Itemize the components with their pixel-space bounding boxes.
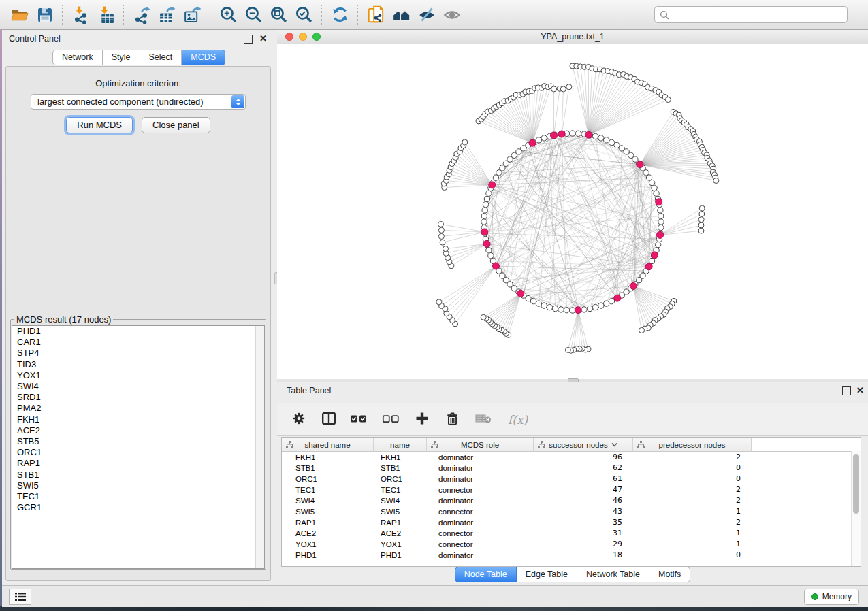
network-leaf-node[interactable] bbox=[438, 221, 444, 227]
network-node[interactable] bbox=[570, 131, 575, 136]
table-cell-mcds_role[interactable]: connector bbox=[427, 528, 534, 539]
result-list-item[interactable]: CAR1 bbox=[12, 337, 264, 348]
network-node[interactable] bbox=[552, 306, 558, 311]
table-row[interactable]: FKH1FKH1dominator962 bbox=[282, 452, 861, 463]
network-leaf-node[interactable] bbox=[565, 347, 570, 352]
table-row[interactable]: YOX1YOX1connector291 bbox=[282, 539, 861, 550]
table-cell-name[interactable]: STB1 bbox=[374, 463, 427, 474]
network-node[interactable] bbox=[575, 131, 581, 136]
table-cell-predecessor_nodes[interactable]: 1 bbox=[633, 528, 752, 539]
network-node[interactable] bbox=[592, 133, 598, 139]
result-list-item[interactable]: YOX1 bbox=[12, 370, 264, 381]
result-list-item[interactable]: STB1 bbox=[12, 469, 264, 480]
import-table-icon[interactable] bbox=[93, 2, 118, 28]
export-image-icon[interactable] bbox=[180, 2, 205, 28]
open-session-icon[interactable] bbox=[7, 2, 32, 28]
table-cell-predecessor_nodes[interactable]: 2 bbox=[633, 517, 752, 528]
search-input[interactable] bbox=[673, 10, 842, 20]
table-settings-gear-icon[interactable] bbox=[291, 411, 306, 429]
table-cell-successor_nodes[interactable]: 29 bbox=[534, 539, 633, 550]
network-node[interactable] bbox=[536, 301, 541, 306]
select-all-checkboxes-icon[interactable] bbox=[350, 410, 368, 429]
table-cell-mcds_role[interactable]: dominator bbox=[427, 495, 534, 506]
network-node[interactable] bbox=[654, 191, 659, 196]
delete-rows-trash-icon[interactable] bbox=[445, 410, 460, 429]
mcds-hub-node[interactable] bbox=[489, 182, 496, 188]
close-table-panel-icon[interactable]: ✕ bbox=[856, 384, 864, 397]
network-node[interactable] bbox=[649, 180, 654, 185]
mcds-hub-node[interactable] bbox=[517, 290, 524, 297]
show-columns-icon[interactable] bbox=[321, 410, 337, 429]
tab-network-table[interactable]: Network Table bbox=[577, 567, 649, 582]
network-node[interactable] bbox=[558, 307, 564, 312]
tab-edge-table[interactable]: Edge Table bbox=[517, 567, 577, 582]
network-leaf-node[interactable] bbox=[481, 314, 486, 320]
table-cell-successor_nodes[interactable]: 46 bbox=[534, 495, 633, 506]
tab-motifs[interactable]: Motifs bbox=[649, 567, 690, 582]
network-node[interactable] bbox=[598, 303, 604, 308]
result-list-item[interactable]: TID3 bbox=[12, 359, 264, 370]
result-list-item[interactable]: TEC1 bbox=[12, 491, 264, 502]
show-all-icon[interactable] bbox=[439, 2, 464, 28]
zoom-selected-icon[interactable] bbox=[291, 2, 317, 28]
result-list-item[interactable]: ORC1 bbox=[12, 447, 264, 458]
table-cell-name[interactable]: TEC1 bbox=[374, 484, 427, 495]
mcds-hub-node[interactable] bbox=[575, 307, 581, 314]
table-cell-successor_nodes[interactable]: 35 bbox=[534, 517, 633, 528]
network-node[interactable] bbox=[488, 253, 494, 259]
table-cell-mcds_role[interactable]: dominator bbox=[427, 517, 534, 528]
table-cell-predecessor_nodes[interactable]: 1 bbox=[633, 539, 752, 550]
network-node[interactable] bbox=[541, 135, 547, 141]
network-node[interactable] bbox=[486, 191, 492, 196]
network-leaf-node[interactable] bbox=[443, 246, 449, 252]
column-header-mcds-role[interactable]: MCDS role bbox=[427, 438, 534, 451]
search-box[interactable] bbox=[654, 6, 848, 23]
mcds-result-list[interactable]: PHD1CAR1STP4TID3YOX1SWI4SRD1PMA2FKH1ACE2… bbox=[12, 325, 265, 569]
network-node[interactable] bbox=[658, 219, 664, 225]
table-cell-mcds_role[interactable]: dominator bbox=[427, 463, 534, 474]
result-list-item[interactable]: STB5 bbox=[12, 436, 264, 447]
table-cell-predecessor_nodes[interactable]: 2 bbox=[633, 484, 752, 495]
table-cell-mcds_role[interactable]: dominator bbox=[427, 452, 534, 463]
table-cell-mcds_role[interactable]: dominator bbox=[427, 474, 534, 484]
mcds-hub-node[interactable] bbox=[492, 263, 499, 269]
network-node[interactable] bbox=[547, 304, 552, 310]
network-leaf-node[interactable] bbox=[566, 84, 572, 90]
network-node[interactable] bbox=[655, 242, 660, 247]
network-node[interactable] bbox=[587, 306, 592, 311]
result-list-item[interactable]: SWI5 bbox=[12, 480, 264, 491]
network-node[interactable] bbox=[486, 248, 492, 253]
table-row[interactable]: TEC1TEC1connector472 bbox=[282, 484, 861, 495]
network-leaf-node[interactable] bbox=[698, 222, 704, 228]
table-cell-mcds_role[interactable]: connector bbox=[427, 539, 534, 550]
table-cell-shared_name[interactable]: RAP1 bbox=[282, 517, 374, 528]
table-cell-mcds_role[interactable]: connector bbox=[427, 506, 534, 517]
network-leaf-node[interactable] bbox=[438, 227, 444, 233]
table-cell-predecessor_nodes[interactable]: 2 bbox=[633, 452, 752, 463]
table-cell-predecessor_nodes[interactable]: 0 bbox=[633, 550, 752, 561]
network-leaf-node[interactable] bbox=[699, 205, 705, 211]
table-cell-shared_name[interactable]: PHD1 bbox=[282, 550, 374, 561]
result-list-item[interactable]: RAP1 bbox=[12, 458, 264, 469]
zoom-out-icon[interactable] bbox=[241, 2, 266, 28]
network-node[interactable] bbox=[658, 213, 664, 218]
table-row[interactable]: STB1STB1dominator620 bbox=[282, 463, 861, 474]
network-node[interactable] bbox=[581, 307, 587, 312]
result-list-item[interactable]: PHD1 bbox=[12, 326, 264, 337]
node-table[interactable]: shared name name MCDS role successor nod… bbox=[281, 437, 861, 567]
table-row[interactable]: ACE2ACE2connector311 bbox=[282, 528, 861, 539]
network-node[interactable] bbox=[536, 137, 541, 143]
network-node[interactable] bbox=[483, 201, 488, 207]
network-node[interactable] bbox=[481, 219, 487, 225]
column-header-successor-nodes[interactable]: successor nodes bbox=[534, 438, 633, 451]
network-leaf-node[interactable] bbox=[713, 178, 719, 184]
hide-selected-icon[interactable] bbox=[414, 2, 439, 28]
export-table-icon[interactable] bbox=[155, 2, 180, 28]
mcds-hub-node[interactable] bbox=[483, 240, 490, 247]
tab-node-table[interactable]: Node Table bbox=[455, 567, 517, 582]
table-cell-shared_name[interactable]: FKH1 bbox=[282, 452, 374, 463]
network-leaf-node[interactable] bbox=[551, 86, 557, 92]
network-leaf-node[interactable] bbox=[699, 211, 705, 216]
deselect-all-checkboxes-icon[interactable] bbox=[382, 410, 400, 429]
table-cell-name[interactable]: PHD1 bbox=[374, 550, 427, 561]
